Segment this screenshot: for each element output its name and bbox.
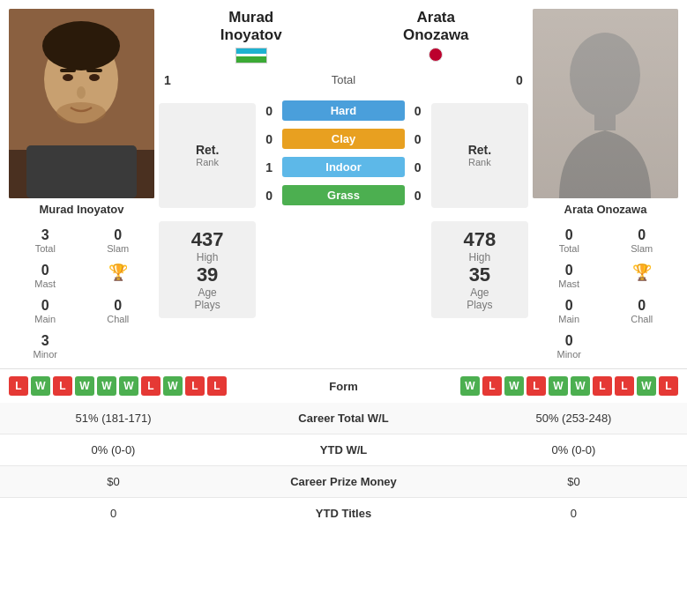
left-form-pill: L: [185, 376, 205, 396]
stats-table-row: $0 Career Prize Money $0: [0, 466, 687, 498]
left-high: 437 High: [191, 228, 224, 263]
left-form-pill: W: [75, 376, 94, 396]
hard-label: Hard: [282, 100, 405, 121]
total-right-score: 0: [511, 73, 528, 87]
total-label: Total: [181, 70, 506, 90]
stat-right-val: $0: [460, 466, 687, 498]
left-form-pill: L: [207, 376, 227, 396]
right-name-block: Arata Onozawa: [344, 9, 529, 62]
right-mast-stat: 0 Mast: [533, 258, 606, 293]
right-chall-stat: 0 Chall: [606, 293, 679, 329]
left-main-stat: 0 Main: [9, 293, 82, 329]
stats-table-row: 51% (181-171) Career Total W/L 50% (253-…: [0, 403, 687, 434]
indoor-label: Indoor: [282, 157, 405, 177]
right-form-pill: W: [504, 376, 524, 396]
right-main-stat: 0 Main: [533, 293, 606, 329]
left-form-pill: L: [9, 376, 28, 396]
svg-point-9: [77, 86, 86, 99]
right-form-pill: L: [659, 376, 678, 396]
right-player-name: Arata Onozawa: [564, 203, 647, 216]
left-player-name: Murad Inoyatov: [39, 203, 123, 216]
form-label: Form: [287, 380, 401, 393]
left-player-col: Murad Inoyatov 3 Total 0 Slam 0 Mast 🏆: [9, 9, 154, 364]
svg-point-5: [63, 74, 73, 81]
right-player-photo: [533, 9, 678, 198]
clay-right-score: 0: [409, 132, 427, 146]
svg-point-2: [42, 21, 120, 71]
clay-left-score: 0: [260, 132, 278, 146]
left-form-pill: W: [97, 376, 116, 396]
left-mast-stat: 0 Mast: [9, 258, 82, 293]
right-form-pills: WLWLWWLLWL: [401, 376, 679, 396]
right-form-pill: L: [593, 376, 612, 396]
scores-table: 1 Total 0 Ret. Rank 0: [159, 68, 528, 364]
right-rank-stat: Ret. Rank: [468, 143, 491, 167]
hard-left-score: 0: [260, 104, 278, 118]
right-player-photo-svg: [533, 9, 678, 198]
info-cards-row: 437 High 39 Age Plays: [159, 217, 528, 318]
right-form-pill: W: [571, 376, 590, 396]
stats-table: 51% (181-171) Career Total W/L 50% (253-…: [0, 403, 687, 529]
names-row: Murad Inoyatov Arata Onozawa: [159, 9, 528, 63]
left-player-photo-svg: [9, 9, 154, 198]
right-plays: Plays: [467, 299, 492, 311]
right-high: 478 High: [464, 228, 497, 263]
right-form-pill: L: [615, 376, 634, 396]
hard-score-row: 0 Hard 0: [260, 99, 427, 123]
right-flag: [429, 48, 443, 62]
svg-point-12: [570, 33, 640, 117]
stat-right-val: 50% (253-248): [460, 403, 687, 434]
left-minor-stat: 3 Minor: [9, 329, 82, 364]
indoor-left-score: 1: [260, 160, 278, 174]
grass-right-score: 0: [409, 189, 427, 203]
right-age: 35 Age: [469, 263, 490, 299]
center-col: Murad Inoyatov Arata Onozawa: [159, 9, 528, 364]
stat-center-label: Career Total W/L: [227, 403, 460, 434]
svg-rect-8: [86, 69, 102, 72]
left-form-pill: W: [163, 376, 183, 396]
right-minor-stat: 0 Minor: [533, 329, 606, 364]
right-player-name-top: Arata Onozawa: [344, 9, 529, 45]
form-section: LWLWWWLWLL Form WLWLWWLLWL: [0, 368, 687, 403]
stat-left-val: 0: [0, 498, 227, 530]
svg-rect-4: [26, 145, 137, 198]
left-form-pill: L: [53, 376, 72, 396]
indoor-score-row: 1 Indoor 0: [260, 155, 427, 180]
left-total-stat: 3 Total: [9, 223, 82, 258]
left-age: 39 Age: [197, 263, 218, 299]
grass-left-score: 0: [260, 189, 278, 203]
main-container: Murad Inoyatov 3 Total 0 Slam 0 Mast 🏆: [0, 0, 687, 529]
right-mid-stats: Ret. Rank: [431, 103, 528, 208]
clay-label: Clay: [282, 129, 405, 149]
right-form-pill: L: [482, 376, 502, 396]
svg-point-6: [89, 74, 100, 81]
hard-right-score: 0: [409, 104, 427, 118]
svg-rect-7: [60, 69, 76, 72]
svg-rect-13: [594, 113, 616, 130]
left-name-block: Murad Inoyatov: [159, 9, 344, 63]
right-trophy-icon-cell: 🏆: [606, 258, 679, 293]
left-form-pill: W: [119, 376, 138, 396]
right-form-pill: W: [460, 376, 480, 396]
left-player-name-top: Murad Inoyatov: [159, 9, 344, 45]
left-plays: Plays: [194, 299, 220, 311]
left-chall-stat: 0 Chall: [82, 293, 155, 329]
stat-left-val: 51% (181-171): [0, 403, 227, 434]
grass-score-row: 0 Grass 0: [260, 183, 427, 208]
left-stats-grid: 3 Total 0 Slam 0 Mast 🏆 0 Main: [9, 223, 154, 364]
center-spacer: [260, 217, 427, 318]
top-area: Murad Inoyatov 3 Total 0 Slam 0 Mast 🏆: [0, 0, 687, 364]
left-form-pill: L: [141, 376, 161, 396]
total-score-row: 1 Total 0: [159, 68, 528, 93]
stat-right-val: 0: [460, 498, 687, 530]
stat-center-label: Career Prize Money: [227, 466, 460, 498]
right-trophy-icon: 🏆: [632, 263, 652, 281]
right-total-stat: 0 Total: [533, 223, 606, 258]
indoor-right-score: 0: [409, 160, 427, 174]
left-slam-stat: 0 Slam: [82, 223, 155, 258]
left-form-pills: LWLWWWLWLL: [9, 376, 287, 396]
left-trophy-icon-cell: 🏆: [82, 258, 155, 293]
right-form-pill: W: [637, 376, 656, 396]
right-high-age: 478 High 35 Age Plays: [431, 221, 528, 318]
stats-table-row: 0% (0-0) YTD W/L 0% (0-0): [0, 434, 687, 466]
